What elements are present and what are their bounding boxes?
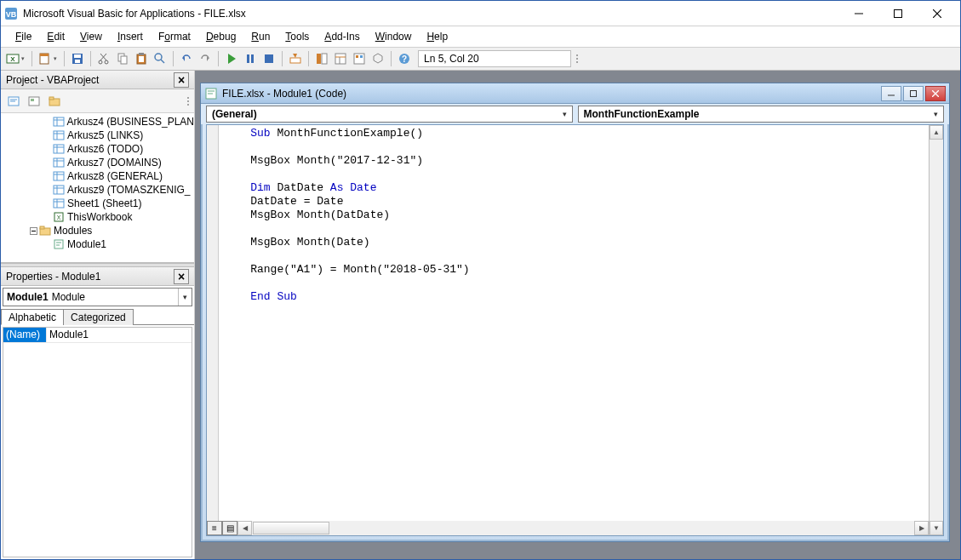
project-vscrollbar[interactable] xyxy=(180,113,194,248)
menu-run[interactable]: Run xyxy=(243,28,277,45)
menu-file[interactable]: File xyxy=(8,28,39,45)
cut-icon[interactable] xyxy=(95,50,112,67)
find-icon[interactable] xyxy=(152,50,169,67)
design-mode-icon[interactable] xyxy=(287,50,304,67)
procedure-combo[interactable]: MonthFunctionExample▾ xyxy=(578,106,945,123)
svg-rect-46 xyxy=(31,99,34,101)
paste-icon[interactable] xyxy=(133,50,150,67)
help-icon[interactable]: ? xyxy=(396,50,413,67)
reset-icon[interactable] xyxy=(260,50,277,67)
code-margin[interactable] xyxy=(207,125,219,535)
code-editor[interactable]: Sub MonthFunctionExample() MsgBox Month(… xyxy=(219,125,929,535)
tree-item[interactable]: Sheet1 (Sheet1) xyxy=(1,197,194,210)
svg-point-22 xyxy=(155,54,162,60)
window-minimize-button[interactable] xyxy=(839,1,878,26)
property-value[interactable]: Module1 xyxy=(46,328,192,342)
view-object-icon[interactable] xyxy=(25,92,43,111)
tree-item[interactable]: Arkusz5 (LINKS) xyxy=(1,129,194,142)
code-window-maximize-button[interactable] xyxy=(903,86,924,101)
svg-rect-64 xyxy=(54,186,64,194)
tab-categorized[interactable]: Categorized xyxy=(63,309,134,325)
code-vscrollbar[interactable]: ▲ ▼ xyxy=(929,125,943,535)
menu-insert[interactable]: Insert xyxy=(110,28,151,45)
project-pane-title: Project - VBAProject × xyxy=(1,71,194,89)
tree-item[interactable]: Modules xyxy=(1,224,194,237)
undo-icon[interactable] xyxy=(178,50,195,67)
code-hscrollbar[interactable]: ◀ ▶ xyxy=(237,521,929,535)
tree-item[interactable]: Arkusz8 (GENERAL) xyxy=(1,169,194,183)
properties-window-icon[interactable] xyxy=(332,50,349,67)
sheet-icon xyxy=(52,129,66,141)
menu-window[interactable]: Window xyxy=(368,28,420,45)
cursor-position-field: Ln 5, Col 20 xyxy=(418,50,571,67)
properties-object-selector[interactable]: Module1 Module ▾ xyxy=(3,288,192,306)
copy-icon[interactable] xyxy=(114,50,131,67)
dropdown-arrow-icon[interactable]: ▾ xyxy=(21,55,27,62)
svg-rect-48 xyxy=(49,97,54,100)
full-module-view-button[interactable]: ▤ xyxy=(222,521,237,535)
dropdown-arrow-icon[interactable]: ▾ xyxy=(54,55,60,62)
svg-rect-39 xyxy=(360,55,363,58)
tree-item[interactable]: XThisWorkbook xyxy=(1,210,194,224)
toolbar: X ▾ ▾ ? Ln 5, Col 20 xyxy=(1,47,960,71)
property-name: (Name) xyxy=(3,328,46,342)
properties-pane-close-button[interactable]: × xyxy=(174,269,189,284)
project-pane-close-button[interactable]: × xyxy=(174,72,189,88)
save-icon[interactable] xyxy=(69,50,86,67)
folder-icon xyxy=(38,225,52,237)
run-icon[interactable] xyxy=(223,50,240,67)
code-window-titlebar[interactable]: FILE.xlsx - Module1 (Code) xyxy=(201,83,949,104)
scroll-thumb[interactable] xyxy=(253,522,329,534)
svg-marker-26 xyxy=(228,54,236,64)
svg-point-16 xyxy=(105,60,108,64)
svg-rect-27 xyxy=(247,54,249,63)
scroll-down-icon[interactable]: ▼ xyxy=(930,521,943,535)
scroll-right-icon[interactable]: ▶ xyxy=(914,521,929,535)
svg-rect-49 xyxy=(54,117,64,126)
insert-module-icon[interactable] xyxy=(37,50,54,67)
toggle-folders-icon[interactable] xyxy=(45,92,64,111)
procedure-view-button[interactable]: ≡ xyxy=(207,521,222,535)
menu-addins[interactable]: Add-Ins xyxy=(317,28,367,45)
break-icon[interactable] xyxy=(242,50,259,67)
tree-item[interactable]: Arkusz9 (TOMASZKENIG_ xyxy=(1,183,194,197)
project-explorer-icon[interactable] xyxy=(313,50,330,67)
menu-format[interactable]: Format xyxy=(151,28,198,45)
scroll-up-icon[interactable]: ▲ xyxy=(930,125,943,140)
view-code-icon[interactable] xyxy=(4,92,23,111)
mdi-client-area: FILE.xlsx - Module1 (Code) (General)▾ Mo… xyxy=(195,71,960,559)
menu-view[interactable]: View xyxy=(72,28,110,45)
code-window-combos: (General)▾ MonthFunctionExample▾ xyxy=(201,104,949,124)
project-hscrollbar[interactable] xyxy=(1,254,194,263)
properties-grid[interactable]: (Name)Module1 xyxy=(3,327,192,557)
object-combo[interactable]: (General)▾ xyxy=(206,106,573,123)
menu-help[interactable]: Help xyxy=(419,28,455,45)
svg-text:X: X xyxy=(57,214,61,220)
tree-item[interactable]: Arkusz6 (TODO) xyxy=(1,142,194,156)
scroll-left-icon[interactable]: ◀ xyxy=(237,521,252,535)
window-close-button[interactable] xyxy=(918,1,957,26)
tree-item[interactable]: Arkusz7 (DOMAINS) xyxy=(1,156,194,169)
sheet-icon xyxy=(52,157,66,169)
svg-marker-31 xyxy=(293,54,297,58)
menu-tools[interactable]: Tools xyxy=(277,28,317,45)
property-row[interactable]: (Name)Module1 xyxy=(3,328,192,343)
tree-item[interactable]: Arkusz4 (BUSINESS_PLAN xyxy=(1,115,194,129)
svg-rect-9 xyxy=(40,54,49,56)
menu-edit[interactable]: Edit xyxy=(39,28,72,45)
project-tree[interactable]: Arkusz4 (BUSINESS_PLANArkusz5 (LINKS)Ark… xyxy=(1,113,194,263)
code-window-minimize-button[interactable] xyxy=(881,86,901,101)
object-browser-icon[interactable] xyxy=(351,50,368,67)
redo-icon[interactable] xyxy=(197,50,214,67)
svg-line-23 xyxy=(161,60,164,63)
tab-alphabetic[interactable]: Alphabetic xyxy=(1,309,64,325)
toolbox-icon[interactable] xyxy=(369,50,386,67)
svg-rect-34 xyxy=(335,54,346,64)
svg-rect-33 xyxy=(322,54,327,64)
tree-item[interactable]: Module1 xyxy=(1,237,194,251)
window-maximize-button[interactable] xyxy=(878,1,918,26)
menu-debug[interactable]: Debug xyxy=(198,28,243,45)
svg-rect-55 xyxy=(54,145,64,153)
view-excel-icon[interactable]: X xyxy=(4,50,21,67)
code-window-close-button[interactable] xyxy=(925,86,946,101)
